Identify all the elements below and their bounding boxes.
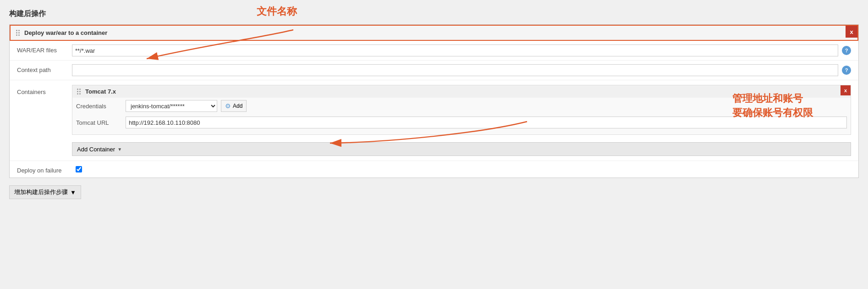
add-step-label: 增加构建后操作步骤 xyxy=(14,188,68,196)
deploy-failure-label: Deploy on failure xyxy=(17,165,72,174)
add-container-label: Add Container xyxy=(77,146,115,153)
context-path-help-icon[interactable]: ? xyxy=(842,66,851,75)
add-container-button[interactable]: Add Container ▼ xyxy=(72,142,851,156)
tomcat-url-input[interactable] xyxy=(126,117,847,128)
add-step-dropdown-icon: ▼ xyxy=(70,189,76,196)
bottom-bar: 增加构建后操作步骤 ▼ xyxy=(9,185,859,199)
credentials-select[interactable]: jenkins-tomcat/****** xyxy=(126,100,217,112)
page-wrapper: 构建后操作 文件名称 管理地址和账号 要确保账号有权限 xyxy=(0,0,868,289)
post-build-container: Deploy war/ear to a container x WAR/EAR … xyxy=(9,24,859,178)
add-step-button[interactable]: 增加构建后操作步骤 ▼ xyxy=(9,185,81,199)
tomcat-container-box: Tomcat 7.x x Credentials jenkins-tomcat/… xyxy=(72,85,851,135)
deploy-failure-row: Deploy on failure xyxy=(10,161,858,178)
war-ear-label: WAR/EAR files xyxy=(17,44,72,54)
war-ear-input[interactable] xyxy=(72,44,838,56)
tomcat-url-label: Tomcat URL xyxy=(76,119,122,126)
war-ear-row: WAR/EAR files ? xyxy=(10,41,858,61)
add-container-dropdown-icon: ▼ xyxy=(117,147,122,152)
deploy-header: Deploy war/ear to a container x xyxy=(10,25,858,41)
add-credentials-icon: ⚙ xyxy=(225,102,231,110)
section-title: 构建后操作 xyxy=(9,9,859,19)
containers-area: Tomcat 7.x x Credentials jenkins-tomcat/… xyxy=(72,85,851,156)
credentials-row: Credentials jenkins-tomcat/****** ⚙ Add xyxy=(72,98,851,114)
deploy-failure-checkbox[interactable] xyxy=(76,166,82,172)
container-grip-icon xyxy=(77,89,81,94)
containers-row: Containers Tomcat 7.x x xyxy=(10,80,858,161)
context-path-input[interactable] xyxy=(72,64,838,76)
context-path-control: ? xyxy=(72,64,851,76)
add-credentials-button[interactable]: ⚙ Add xyxy=(221,100,247,112)
form-body: WAR/EAR files ? Context path ? Container… xyxy=(10,41,858,178)
credentials-label: Credentials xyxy=(76,103,122,110)
container-header: Tomcat 7.x x xyxy=(72,85,851,98)
war-ear-help-icon[interactable]: ? xyxy=(842,46,851,55)
war-ear-control: ? xyxy=(72,44,851,56)
grip-icon xyxy=(16,30,20,36)
container-close-button[interactable]: x xyxy=(841,85,851,95)
containers-label: Containers xyxy=(17,85,72,95)
add-credentials-label: Add xyxy=(233,103,242,109)
deploy-header-label: Deploy war/ear to a container xyxy=(24,29,107,36)
tomcat-url-row: Tomcat URL xyxy=(72,114,851,131)
container-title: Tomcat 7.x xyxy=(85,88,116,95)
context-path-row: Context path ? xyxy=(10,61,858,80)
context-path-label: Context path xyxy=(17,64,72,73)
deploy-close-button[interactable]: x xyxy=(846,26,857,38)
